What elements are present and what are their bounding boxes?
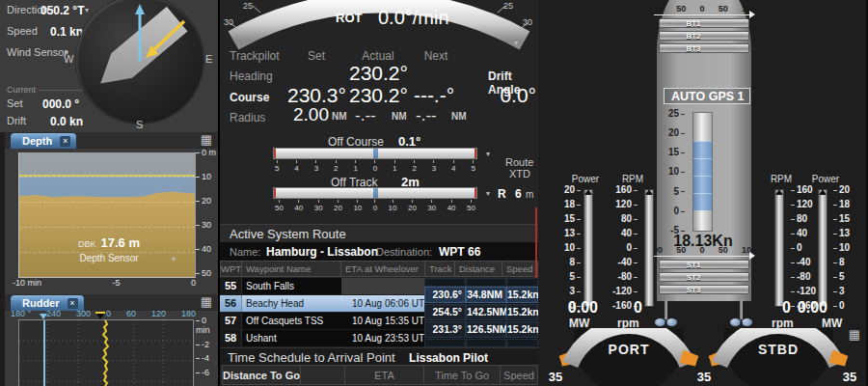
tick-label: 0 (373, 160, 377, 173)
panel-grid-icon[interactable] (849, 328, 860, 342)
tick-label: 10 (353, 200, 362, 212)
tick-label: 8 (833, 257, 845, 267)
chevron-down-icon[interactable] (172, 255, 176, 263)
tick-label: 20 (334, 200, 342, 212)
tick-label: 1 (353, 160, 357, 173)
tick-label: 0 (626, 242, 637, 253)
scale-tick-label: 50 (719, 245, 728, 255)
tab-depth[interactable]: Depth × (11, 133, 76, 149)
stbd-power-value: 0.00 (779, 299, 827, 317)
depth-panel: Depth × DBK17.6 m Depth Sensor 0 m102030… (0, 132, 218, 294)
port-power-scale: 20181513108530 (554, 184, 581, 311)
tick-label: 0 (373, 200, 377, 212)
col-set: Set (287, 49, 345, 63)
close-icon[interactable]: × (68, 298, 78, 309)
dbk-value: 17.6 m (101, 235, 140, 250)
azimuth-limit-label: 35 (697, 370, 711, 384)
trackpilot-title: Trackpilot (230, 49, 280, 63)
tick-label: 20 (833, 184, 850, 195)
stbd-prop-strut (740, 299, 743, 319)
tick-label: 8 (569, 257, 581, 267)
tick-label: 3 (569, 286, 581, 296)
azimuth-indicators: PORT STBD 35 35 35 (538, 328, 868, 386)
compass-south-label: S (136, 119, 143, 130)
off-track-scale: 504030201001020304050 (275, 200, 475, 212)
off-course-slider[interactable] (273, 148, 477, 159)
waypoint-row-55[interactable]: 55 South Falls (220, 278, 424, 295)
tick-label: 3 (833, 286, 845, 296)
azimuth-limit-label: 35 (549, 370, 562, 384)
tick-label: 20 (564, 184, 581, 195)
route-name-label: Name: (230, 243, 260, 261)
panel-grid-icon[interactable] (201, 295, 212, 309)
wind-sensor-select[interactable]: Wind Sensor (7, 46, 68, 58)
axis-tick-label: -6 (196, 368, 218, 377)
tick-label: 120 (615, 199, 637, 209)
axis-tick-label: 0 (191, 278, 196, 288)
tick-label: 2 (412, 160, 416, 173)
port-rpm-label: RPM (613, 174, 652, 184)
thruster-bar: ST3 (659, 285, 749, 294)
axis-tick-label: 180 (181, 309, 196, 318)
col-next: Next (407, 49, 465, 63)
compass-west-label: W (64, 53, 73, 65)
bow-scale-line (654, 14, 750, 15)
stern-thrusters: ST1ST2ST3 (659, 260, 749, 294)
chevron-down-icon[interactable] (486, 150, 490, 158)
axis-tick-label: 20 (196, 196, 216, 206)
col-actual: Actual (349, 49, 407, 63)
waypoint-row-57[interactable]: 57 Off Casquets TSS 10 Aug 15:35 UTC (220, 313, 424, 330)
chevron-down-icon[interactable] (514, 39, 518, 47)
col-time-to-go: Time To Go (423, 365, 501, 385)
rot-tick-label: 30 (224, 17, 233, 27)
xtd-side-value: R (498, 187, 506, 201)
rot-tick-label: 30 (523, 17, 532, 27)
tick-label: 5 (833, 271, 845, 282)
chevron-down-icon[interactable] (486, 189, 490, 198)
tick-label: -40 (618, 257, 637, 267)
tick-label: 5 (569, 271, 581, 282)
axis-tick-label: -5 (112, 278, 120, 288)
waypoint-row-58[interactable]: 58 Ushant 10 Aug 23:53 UTC (220, 330, 424, 347)
leg-spacer (424, 278, 538, 287)
stbd-power-label: Power (806, 174, 845, 184)
off-track-slider[interactable] (273, 187, 477, 199)
depth-sensor-select[interactable]: Depth Sensor (46, 253, 172, 263)
course-next-value: ---.-° (407, 84, 461, 107)
rot-tick-label: 25 (503, 1, 513, 11)
speed-gauge-scale: 2520151050-5 (660, 108, 685, 235)
port-power-gauge (583, 189, 593, 307)
leg-spacer (424, 339, 538, 347)
tick-label: 15 (668, 147, 685, 157)
position-source-select[interactable]: AUTO GPS 1 (664, 88, 750, 104)
tick-label: 80 (621, 213, 637, 224)
time-schedule-header: Time Schedule to Arrival Point Lissabon … (220, 347, 538, 365)
wind-current-panel: Direction 050.2 °T Speed 0.1 kn Wind Sen… (0, 0, 218, 132)
thruster-bar: BT2 (659, 31, 749, 41)
close-icon[interactable]: × (60, 136, 70, 147)
tick-label: 0 (791, 242, 802, 253)
thruster-bar: ST1 (659, 260, 749, 269)
tick-label: 25 (668, 108, 685, 119)
tick-label: 80 (791, 213, 807, 224)
stbd-power-scale: 20181513108530 (833, 184, 858, 311)
axis-tick-label: 60 (126, 309, 136, 318)
route-xtd-label2: XTD (509, 168, 530, 179)
tick-label: 40 (448, 200, 456, 212)
tick-label: 50 (467, 200, 475, 212)
xtd-unit: m (526, 189, 533, 200)
radius-actual-value: -.-- (355, 106, 376, 125)
port-rpm-gauge (644, 189, 654, 307)
tick-label: 160 (791, 184, 813, 195)
current-set-label: Set (7, 97, 23, 109)
leg-row: 254.5° 142.5NM 15.2kn (424, 304, 538, 320)
bow-thruster-scale: 10050050100 (648, 4, 756, 14)
scale-tick-label: 100 (648, 4, 663, 14)
col-empty (300, 365, 345, 385)
tick-label: 20 (668, 127, 685, 138)
panel-grid-icon[interactable] (201, 133, 212, 147)
tick-label: 40 (791, 228, 807, 238)
col-speed: Speed (502, 261, 538, 277)
speed-fill (693, 141, 712, 210)
waypoint-row-56-selected[interactable]: 56 Beachy Head 10 Aug 06:06 UTC (220, 295, 424, 313)
